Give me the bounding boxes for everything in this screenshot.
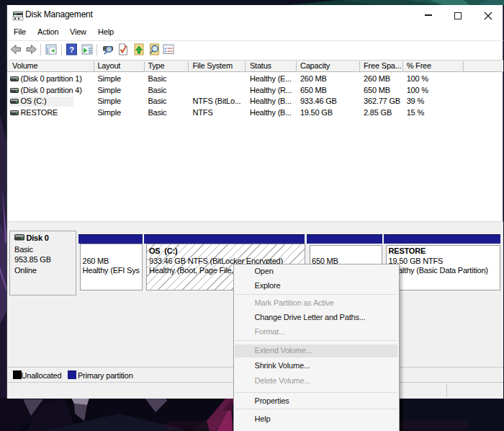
- svg-text:?: ?: [69, 45, 74, 53]
